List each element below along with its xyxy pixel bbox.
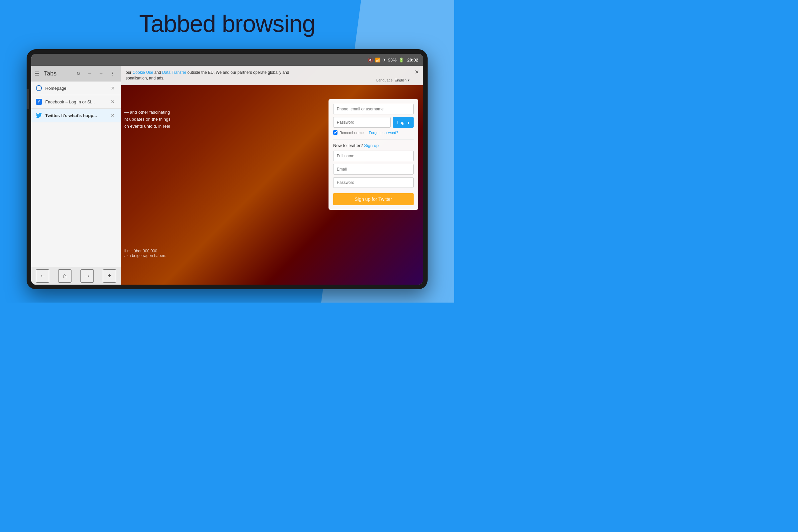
tab-close-facebook[interactable]: ✕ bbox=[109, 98, 116, 105]
twitter-icon bbox=[36, 112, 42, 118]
tabs-sidebar: ☰ Tabs ↻ ← → ⋮ Homepage ✕ bbox=[31, 66, 121, 285]
cookie-subtext: sonalisation, and ads. bbox=[126, 76, 164, 80]
cookie-close-button[interactable]: ✕ bbox=[415, 69, 419, 76]
tab-title-twitter: Twitter. It's what's happ... bbox=[45, 113, 106, 118]
twitter-text-line1: — and other fascinating bbox=[125, 109, 191, 116]
signup-button[interactable]: Sign up for Twitter bbox=[333, 193, 414, 205]
status-bar: 🔇 📶 ✈ 93% 🔋 20:02 bbox=[31, 54, 423, 66]
cookie-text: our Cookie Use and Data Transfer outside… bbox=[126, 70, 289, 75]
tab-item-facebook[interactable]: f Facebook – Log In or Si... ✕ bbox=[31, 95, 121, 109]
full-name-input[interactable] bbox=[333, 151, 414, 161]
refresh-button[interactable]: ↻ bbox=[74, 69, 83, 78]
mute-icon: 🔇 bbox=[368, 58, 373, 62]
tab-item-homepage[interactable]: Homepage ✕ bbox=[31, 81, 121, 95]
twitter-bottom-line2: azu beigetragen haben. bbox=[125, 253, 166, 258]
phone-email-input[interactable] bbox=[333, 104, 414, 114]
twitter-text-line2: nt updates on the things bbox=[125, 116, 191, 123]
twitter-bottom-line1: ll mit über 300,000 bbox=[125, 249, 166, 253]
nav-new-tab-button[interactable]: + bbox=[103, 269, 116, 283]
twitter-body-text: — and other fascinating nt updates on th… bbox=[125, 109, 191, 130]
battery-status: 93% bbox=[388, 58, 397, 62]
twitter-text-line3: ch events unfold, in real bbox=[125, 123, 191, 130]
tabs-title: Tabs bbox=[44, 70, 74, 77]
forgot-password-link[interactable]: Forgot password? bbox=[369, 131, 398, 135]
bottom-nav-bar: ← ⌂ → + bbox=[31, 267, 121, 285]
cookie-notice: our Cookie Use and Data Transfer outside… bbox=[121, 66, 423, 85]
password-input[interactable] bbox=[333, 117, 391, 128]
menu-button[interactable]: ⋮ bbox=[108, 69, 117, 78]
nav-forward-button[interactable]: → bbox=[80, 269, 94, 283]
web-content-area: our Cookie Use and Data Transfer outside… bbox=[121, 66, 423, 285]
page-title: Tabbed browsing bbox=[0, 10, 454, 37]
password-login-row: Log in bbox=[333, 117, 414, 128]
new-to-twitter-label: New to Twitter? Sign up bbox=[333, 143, 414, 148]
facebook-icon: f bbox=[36, 99, 42, 105]
login-button[interactable]: Log in bbox=[393, 117, 414, 128]
tablet-side-button bbox=[26, 89, 29, 109]
tab-title-homepage: Homepage bbox=[45, 86, 106, 91]
back-button[interactable]: ← bbox=[85, 69, 95, 78]
twitter-bottom-text: ll mit über 300,000 azu beigetragen habe… bbox=[125, 249, 166, 258]
wifi-icon: 📶 bbox=[375, 58, 380, 62]
hamburger-icon: ☰ bbox=[35, 71, 39, 77]
sign-up-link[interactable]: Sign up bbox=[364, 143, 379, 148]
twitter-login-card: Log in Remember me - Forgot password? Ne… bbox=[328, 99, 418, 210]
signup-section: New to Twitter? Sign up Sign up for Twit… bbox=[333, 139, 414, 205]
remember-me-checkbox[interactable] bbox=[333, 130, 338, 135]
tab-title-facebook: Facebook – Log In or Si... bbox=[45, 99, 106, 104]
tab-close-twitter[interactable]: ✕ bbox=[109, 112, 116, 119]
remember-me-row: Remember me - Forgot password? bbox=[333, 130, 414, 135]
nav-home-button[interactable]: ⌂ bbox=[58, 269, 72, 283]
email-input[interactable] bbox=[333, 164, 414, 174]
dash: - bbox=[366, 131, 367, 135]
battery-icon: 🔋 bbox=[399, 58, 404, 62]
cookie-link[interactable]: Cookie Use bbox=[133, 70, 153, 75]
language-selector[interactable]: Language: English ▾ bbox=[376, 78, 410, 83]
tablet-device: 🔇 📶 ✈ 93% 🔋 20:02 ☰ Tabs ↻ ← bbox=[26, 49, 428, 289]
tab-close-homepage[interactable]: ✕ bbox=[109, 85, 116, 92]
forward-button[interactable]: → bbox=[96, 69, 106, 78]
clock: 20:02 bbox=[407, 58, 418, 62]
tablet-screen: 🔇 📶 ✈ 93% 🔋 20:02 ☰ Tabs ↻ ← bbox=[31, 54, 423, 285]
nav-back-button[interactable]: ← bbox=[36, 269, 49, 283]
remember-me-label: Remember me bbox=[340, 131, 364, 135]
airplane-icon: ✈ bbox=[382, 58, 386, 62]
tab-item-twitter[interactable]: Twitter. It's what's happ... ✕ bbox=[31, 109, 121, 122]
data-transfer-link[interactable]: Data Transfer bbox=[162, 70, 186, 75]
signup-password-input[interactable] bbox=[333, 177, 414, 188]
globe-icon bbox=[36, 85, 42, 91]
status-icons: 🔇 📶 ✈ 93% 🔋 20:02 bbox=[368, 58, 418, 62]
